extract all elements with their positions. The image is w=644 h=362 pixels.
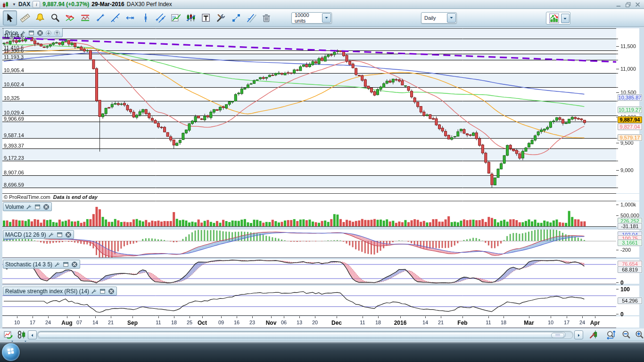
instrument-dropdown-arrow[interactable]: ▼: [12, 2, 16, 7]
ruler-tool-button[interactable]: [18, 10, 32, 25]
window-controls: [616, 1, 644, 7]
tools-tool-button[interactable]: [214, 10, 228, 25]
alarm-tool-button[interactable]: [33, 10, 47, 25]
instrument-symbol[interactable]: DAX: [18, 1, 30, 8]
units-dropdown-arrow[interactable]: [322, 13, 331, 23]
horizontal-scrollbar[interactable]: [37, 331, 573, 339]
timeframe-value: Daily: [421, 15, 446, 21]
last-quote: 9,887.94 (+0.37%): [42, 1, 89, 8]
horizontal-segment-tool-button[interactable]: [124, 10, 138, 25]
channel-tool-button[interactable]: [154, 10, 168, 25]
timeframe-dropdown[interactable]: Daily: [421, 12, 457, 24]
link-options-arrow[interactable]: [24, 336, 27, 339]
chart-style-icon: [547, 13, 561, 24]
units-dropdown[interactable]: 10000 units: [291, 12, 332, 24]
pattern-triangles-tool-button[interactable]: [63, 10, 77, 25]
zoom-tool-button[interactable]: [48, 10, 62, 25]
scroll-left-button[interactable]: [28, 330, 37, 339]
chart-style-dropdown-arrow[interactable]: [561, 14, 570, 23]
scroll-right-button[interactable]: [574, 330, 583, 339]
trash-tool-button[interactable]: [259, 10, 273, 25]
close-button[interactable]: [635, 1, 641, 7]
timeframe-dropdown-arrow[interactable]: [447, 13, 456, 23]
zoom-selection-button[interactable]: [605, 330, 617, 339]
measure-tool-button[interactable]: [229, 10, 243, 25]
drawing-tools: [3, 10, 273, 25]
zoom-out-button[interactable]: [620, 330, 632, 339]
taskbar: PT 21:54 29-03-2016: [0, 342, 644, 362]
scrollbar-thumb[interactable]: [38, 332, 566, 338]
main-toolbar: 10000 units Daily: [0, 9, 644, 27]
text-tool-button[interactable]: [199, 10, 213, 25]
chart-style-button[interactable]: [546, 12, 570, 25]
segment-tool-button[interactable]: [93, 10, 107, 25]
instrument-name: DAX30 Perf Index: [127, 1, 172, 8]
parallel-lines-tool-button[interactable]: [244, 10, 258, 25]
restore-button[interactable]: [625, 1, 632, 7]
minimize-button[interactable]: [616, 1, 622, 7]
vertical-line-tool-button[interactable]: [139, 10, 153, 25]
chart-canvas[interactable]: [0, 27, 644, 329]
chart-settings-button[interactable]: [588, 330, 600, 339]
chart-area: Price Volume MACD (12 26 9) Stochastic (…: [0, 27, 644, 329]
pattern-levels-tool-button[interactable]: [78, 10, 92, 25]
candle-analysis-tool-button[interactable]: [184, 10, 198, 25]
window-titlebar: ▼ DAX i 9,887.94 (+0.37%) 29-Mar-2016 DA…: [0, 0, 644, 9]
trendline-tool-button[interactable]: [108, 10, 123, 25]
chart-bottom-bar: [0, 329, 644, 341]
annotated-chart-tool-button[interactable]: [169, 10, 183, 25]
scrollbar-grip[interactable]: [551, 333, 564, 338]
quote-date: 29-Mar-2016: [91, 1, 124, 8]
instrument-icon: [2, 1, 10, 8]
zoom-in-button[interactable]: [634, 330, 644, 339]
units-value: 10000 units: [292, 12, 322, 24]
start-button[interactable]: [2, 343, 20, 361]
pointer-tool-button[interactable]: [3, 10, 17, 25]
export-options-arrow[interactable]: [10, 336, 14, 339]
info-button[interactable]: i: [33, 1, 40, 8]
